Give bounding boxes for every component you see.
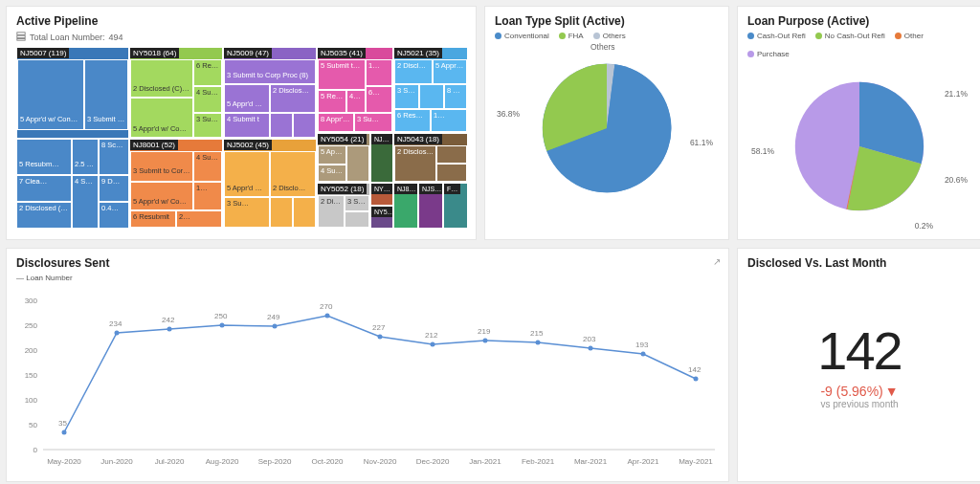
pie-label-others: Others [590, 42, 615, 52]
svg-text:Sep-2020: Sep-2020 [258, 457, 292, 466]
pie-label-fha: 36.8% [497, 109, 520, 119]
svg-point-17 [273, 324, 278, 329]
svg-text:212: 212 [425, 331, 438, 340]
loan-type-title: Loan Type Split (Active) [495, 14, 719, 28]
kpi-subtitle: vs previous month [820, 399, 898, 409]
panel-loan-type: Loan Type Split (Active) Conventional FH… [484, 6, 729, 240]
svg-point-13 [62, 430, 67, 435]
svg-point-20 [431, 342, 435, 347]
loan-type-legend: Conventional FHA Others [495, 32, 719, 40]
svg-text:200: 200 [25, 346, 38, 355]
subtitle-prefix: Total Loan Number: [30, 33, 105, 42]
svg-point-18 [325, 314, 330, 319]
svg-text:100: 100 [25, 396, 38, 405]
disclosures-legend: — Loan Number [16, 274, 719, 282]
svg-point-21 [483, 339, 488, 343]
panel-disclosures: ↗ Disclosures Sent — Loan Number 0 50 10… [6, 248, 729, 482]
svg-text:250: 250 [214, 312, 228, 320]
treemap[interactable]: NJ5007 (119) 5 Appr'd w/ Cond… 3 Submit … [16, 47, 468, 229]
svg-text:150: 150 [25, 371, 38, 380]
loan-purpose-legend: Cash-Out Refi No Cash-Out Refi Other Pur… [747, 32, 971, 58]
svg-point-22 [536, 341, 541, 345]
svg-text:Mar-2021: Mar-2021 [574, 457, 608, 466]
treemap-group-header[interactable]: NJ5035 (41) [318, 48, 366, 58]
svg-text:Nov-2020: Nov-2020 [364, 457, 397, 466]
treemap-group-header[interactable]: NJ5002 (45) [224, 140, 272, 150]
svg-point-19 [378, 335, 383, 340]
svg-text:35: 35 [58, 419, 67, 428]
svg-point-15 [167, 327, 172, 332]
svg-text:227: 227 [372, 323, 386, 332]
disclosures-title: Disclosures Sent [16, 256, 719, 270]
svg-text:May-2020: May-2020 [47, 457, 81, 466]
svg-point-25 [694, 377, 699, 382]
kpi-title: Disclosed Vs. Last Month [747, 256, 971, 270]
treemap-group-header[interactable]: NJ5007 (119) [17, 48, 69, 58]
loan-purpose-title: Loan Purpose (Active) [747, 14, 971, 28]
treemap-group-header[interactable]: NY5054 (21) [318, 134, 367, 144]
panel-loan-purpose: Loan Purpose (Active) Cash-Out Refi No C… [737, 6, 980, 240]
expand-icon[interactable]: ↗ [713, 256, 721, 267]
treemap-group-header[interactable]: NJ5009 (47) [224, 48, 272, 58]
svg-rect-0 [17, 33, 25, 35]
svg-text:203: 203 [583, 335, 596, 343]
active-pipeline-title: Active Pipeline [16, 14, 466, 28]
svg-point-23 [589, 346, 593, 351]
subtitle-total: 494 [109, 33, 123, 42]
svg-rect-1 [17, 35, 25, 38]
svg-text:Aug-2020: Aug-2020 [206, 457, 239, 466]
treemap-group-header[interactable]: NJ5043 (18) [394, 134, 442, 144]
svg-text:May-2021: May-2021 [679, 457, 713, 466]
treemap-group-header[interactable]: NJ5021 (35) [394, 48, 442, 58]
svg-text:249: 249 [267, 313, 280, 321]
pie-label-nocash: 20.6% [945, 175, 968, 185]
svg-point-16 [220, 323, 225, 328]
svg-text:242: 242 [162, 316, 175, 324]
pie-label-cashout: 21.1% [945, 89, 968, 99]
stack-icon [16, 32, 26, 43]
svg-point-24 [641, 352, 646, 357]
svg-text:Jul-2020: Jul-2020 [155, 457, 185, 466]
svg-rect-2 [17, 39, 25, 41]
svg-text:0: 0 [33, 446, 38, 454]
line-series: 35 234 242 250 249 270 227 212 219 215 2… [58, 302, 702, 435]
svg-text:Dec-2020: Dec-2020 [416, 457, 450, 466]
svg-text:270: 270 [320, 302, 333, 311]
svg-text:Feb-2021: Feb-2021 [522, 457, 555, 466]
svg-text:Oct-2020: Oct-2020 [312, 457, 344, 466]
panel-kpi: Disclosed Vs. Last Month 142 -9 (5.96%)▼… [737, 248, 980, 482]
kpi-delta: -9 (5.96%)▼ [820, 384, 898, 399]
disclosures-chart[interactable]: 0 50 100 150 200 250 300 [16, 282, 724, 473]
loan-type-pie[interactable]: 36.8% 61.1% Others [495, 42, 719, 214]
pie-label-purchase: 58.1% [751, 146, 774, 156]
svg-text:215: 215 [530, 329, 544, 338]
svg-point-14 [115, 331, 120, 336]
svg-text:250: 250 [25, 321, 38, 330]
svg-text:234: 234 [109, 319, 122, 328]
loan-purpose-pie[interactable]: 21.1% 20.6% 0.2% 58.1% [747, 60, 971, 232]
x-axis: May-2020 Jun-2020 Jul-2020 Aug-2020 Sep-… [47, 457, 713, 466]
svg-text:Apr-2021: Apr-2021 [628, 457, 659, 466]
panel-active-pipeline: Active Pipeline Total Loan Number: 494 N… [6, 6, 477, 240]
treemap-group-header[interactable]: NY5052 (18) [318, 184, 367, 194]
treemap-group-header[interactable]: NY5018 (64) [130, 48, 179, 58]
svg-text:Jan-2021: Jan-2021 [469, 457, 501, 466]
kpi-value: 142 [817, 319, 901, 382]
svg-text:193: 193 [635, 341, 649, 349]
pie-label-other: 0.2% [915, 221, 933, 231]
svg-text:142: 142 [688, 365, 702, 374]
svg-text:300: 300 [25, 297, 38, 305]
pie-label-conv: 61.1% [690, 138, 713, 147]
down-arrow-icon: ▼ [885, 384, 899, 399]
active-pipeline-subtitle: Total Loan Number: 494 [16, 32, 466, 43]
svg-text:50: 50 [29, 421, 37, 429]
svg-text:219: 219 [478, 327, 491, 336]
svg-text:Jun-2020: Jun-2020 [100, 457, 133, 466]
treemap-group-header[interactable]: NJ8001 (52) [130, 140, 178, 150]
y-axis: 0 50 100 150 200 250 300 [25, 297, 38, 454]
